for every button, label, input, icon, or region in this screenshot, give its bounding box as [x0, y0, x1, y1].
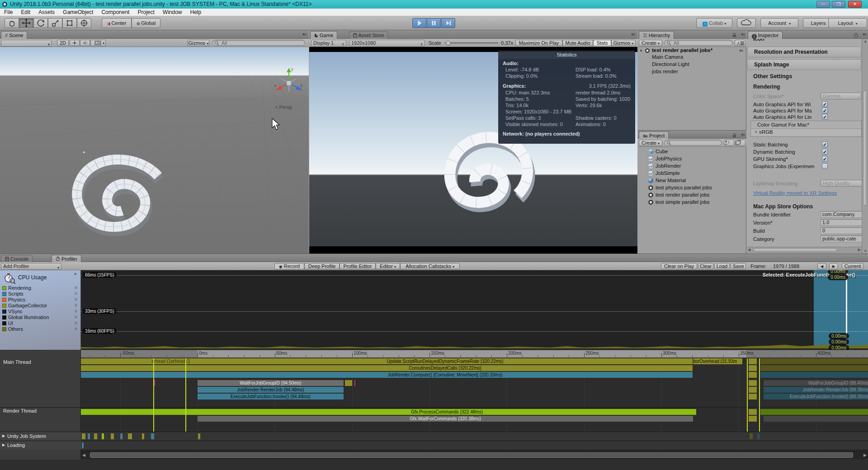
project-favorites-button[interactable] — [724, 140, 734, 146]
auto-graphics-api-row-2[interactable]: Auto Graphics API for Lin✓ — [747, 114, 868, 121]
step-button[interactable] — [441, 18, 455, 28]
record-toggle[interactable]: ◉ Record — [274, 263, 304, 269]
auto-graphics-api-row-1-checkbox[interactable]: ✓ — [822, 108, 828, 113]
hierarchy-create-button[interactable]: Create ▾ — [639, 40, 662, 46]
cpu-close-icon[interactable]: × — [74, 271, 77, 277]
project-item-jobrender[interactable]: c#JobRender — [638, 163, 746, 170]
other-settings-header[interactable]: Other Settings — [753, 73, 792, 80]
scene-spiral-mesh[interactable] — [63, 150, 172, 236]
scale-slider-track[interactable] — [445, 42, 498, 44]
auto-graphics-api-row-1[interactable]: Auto Graphics API for Ma✓ — [747, 108, 868, 114]
legend-vsync[interactable]: VSync≡ — [0, 309, 81, 315]
batch-row-1-checkbox[interactable]: ✓ — [822, 149, 828, 155]
scroll-up-icon[interactable]: ▲ — [863, 39, 867, 43]
minimize-button[interactable]: — — [816, 1, 830, 8]
transform-tool-button[interactable] — [77, 18, 91, 28]
project-menu-icon[interactable]: ▾≡ — [741, 132, 745, 137]
main-thread-bar[interactable]: itorOverhead (31.93m — [693, 358, 742, 364]
pause-button[interactable] — [427, 18, 441, 28]
account-dropdown[interactable]: Account ▾ — [760, 18, 798, 28]
mac-row-input[interactable]: 0 — [821, 227, 862, 234]
stats-toggle[interactable]: Stats — [593, 40, 611, 46]
project-labels-button[interactable] — [735, 140, 745, 146]
menu-help[interactable]: Help — [186, 9, 206, 16]
menu-edit[interactable]: Edit — [17, 9, 34, 16]
scroll-right-icon[interactable]: ▶ — [858, 248, 861, 252]
batch-row-2[interactable]: GPU Skinning*✓ — [747, 156, 868, 163]
main-thread-bar[interactable]: WaitForJobGroupID (94.50ms) — [198, 380, 344, 386]
mac-row-input[interactable]: public.app-cate — [821, 235, 862, 242]
splash-image-header[interactable]: Splash Image — [747, 59, 861, 70]
mac-row-input[interactable]: com.Company. — [821, 211, 862, 218]
cpu-usage-module[interactable]: CPU Usage × Rendering≡Scripts≡Physics≡Ga… — [0, 270, 81, 350]
allocation-callstacks-dropdown[interactable]: Allocation Callstacks ▾ — [400, 263, 460, 269]
clear-button[interactable]: Clear — [698, 263, 713, 269]
tab-profiler[interactable]: Profiler — [52, 255, 81, 263]
scroll-left-icon[interactable]: ◀ — [748, 248, 750, 252]
legend-drag-handle-icon[interactable]: ≡ — [75, 320, 77, 325]
legend-garbagecollector[interactable]: GarbageCollector≡ — [0, 303, 81, 309]
main-thread-bar[interactable]: WaitForJobGroupID (88.40ms) — [764, 380, 868, 386]
scene-lighting-toggle[interactable] — [70, 40, 80, 46]
menu-gameobject[interactable]: GameObject — [59, 9, 97, 16]
legend-drag-handle-icon[interactable]: ≡ — [75, 285, 77, 290]
project-item-test-simple-parallel-jobs[interactable]: test simple parallel jobs — [638, 199, 746, 206]
row-label-loading[interactable]: ▶Loading — [0, 441, 81, 450]
inspector-menu-icon[interactable]: ▾≡ — [863, 32, 866, 37]
rect-tool-button[interactable] — [62, 18, 77, 28]
scene-panel-menu-icon[interactable]: ▾≡ — [302, 32, 306, 37]
scene-root-label[interactable]: test render parallel jobs* — [652, 47, 712, 53]
resolution-presentation-header[interactable]: Resolution and Presentation — [747, 47, 861, 57]
auto-graphics-api-row-0-checkbox[interactable]: ✓ — [822, 101, 828, 107]
persp-label[interactable]: < Persp — [275, 104, 292, 110]
legend-others[interactable]: Others≡ — [0, 326, 81, 332]
foldout-icon[interactable]: ▶ — [2, 443, 5, 447]
color-gamut-item[interactable]: = sRGB — [751, 128, 861, 136]
legend-drag-handle-icon[interactable]: ≡ — [75, 326, 77, 331]
legend-drag-handle-icon[interactable]: ≡ — [75, 309, 77, 314]
auto-graphics-api-row-2-checkbox[interactable]: ✓ — [822, 114, 828, 120]
lock-icon[interactable] — [732, 133, 736, 138]
scroll-left-icon[interactable]: ◀ — [82, 453, 85, 457]
mute-audio-toggle[interactable]: Mute Audio — [562, 40, 593, 46]
maximize-button[interactable]: ❒ — [832, 1, 845, 8]
menu-component[interactable]: Component — [97, 9, 133, 16]
tab-project[interactable]: Project — [639, 132, 669, 139]
scene-search-input[interactable]: All — [212, 40, 305, 46]
tab-scene[interactable]: # Scene — [1, 31, 27, 39]
scene-gizmos-dropdown[interactable]: Gizmos ▾ — [188, 40, 209, 46]
game-viewport[interactable]: Statistics Audio: Level: -74.8 dBDSP loa… — [309, 47, 637, 254]
tab-inspector[interactable]: i Inspector — [748, 31, 783, 39]
lock-icon[interactable] — [854, 33, 858, 38]
legend-ui[interactable]: UI≡ — [0, 320, 81, 326]
render-thread-bar[interactable]: Gfx.WaitForCommands (320.38ms) — [198, 416, 693, 422]
prev-frame-button[interactable]: ◀ — [817, 263, 826, 269]
menu-file[interactable]: File — [0, 9, 17, 16]
scene-viewport[interactable]: y x z < Persp — [0, 47, 309, 254]
profile-editor-toggle[interactable]: Profile Editor — [340, 263, 376, 269]
collab-button[interactable]: ↑ Collab ▾ — [696, 18, 732, 28]
layout-dropdown[interactable]: Layout ▾ — [828, 18, 867, 28]
play-button[interactable] — [412, 18, 426, 28]
render-thread-bar[interactable]: Gfx.ProcessCommands (322.48ms) — [198, 409, 696, 415]
tab-hierarchy[interactable]: ☰ Hierarchy — [639, 31, 674, 39]
scene-audio-toggle[interactable] — [80, 40, 90, 46]
legend-drag-handle-icon[interactable]: ≡ — [75, 315, 77, 320]
main-thread-bar[interactable]: Update.ScriptRunDelayedDynamicFrameRate … — [198, 358, 693, 364]
main-thread-bar[interactable]: CoroutinesDelayedCalls (320.22ms) — [198, 365, 693, 371]
scene-2d-toggle[interactable]: 2D — [57, 40, 69, 46]
space-toggle-button[interactable]: ◍ Global — [132, 18, 160, 28]
scroll-down-icon[interactable]: ▼ — [863, 249, 867, 253]
hand-tool-button[interactable] — [5, 18, 19, 28]
cloud-button[interactable] — [737, 18, 756, 28]
scene-effects-toggle[interactable]: ▾ — [90, 40, 106, 46]
auto-graphics-api-row-0[interactable]: Auto Graphics API for Wi✓ — [747, 101, 868, 108]
project-item-new-material[interactable]: New Material — [638, 177, 746, 184]
legend-physics[interactable]: Physics≡ — [0, 297, 81, 303]
main-thread-bar[interactable]: JobRender:RenderJob (88.36ms) — [764, 387, 868, 393]
move-tool-button[interactable] — [19, 18, 33, 28]
game-display-dropdown[interactable]: Display 1⇕ — [311, 40, 346, 47]
xr-settings-link[interactable]: Virtual Reality moved to XR Settings — [753, 190, 837, 196]
cpu-usage-chart[interactable]: 66ms (15FPS)33ms (30FPS)16ms (60FPS)Sele… — [81, 270, 868, 350]
tab-console[interactable]: Console — [1, 255, 33, 263]
